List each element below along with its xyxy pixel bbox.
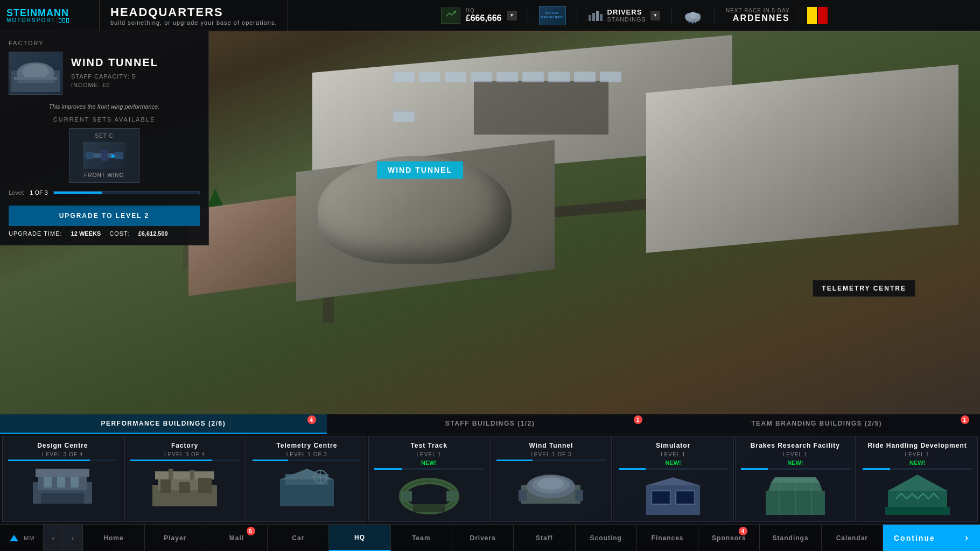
bc-name-design: Design Centre (8, 442, 117, 449)
svg-rect-16 (22, 83, 49, 88)
bc-bar-fill-factory (130, 460, 212, 461)
level-info-row: Level: 1 OF 3 (9, 189, 200, 196)
staff-capacity: STAFF CAPACITY: 5 (71, 73, 136, 80)
svg-marker-70 (10, 535, 18, 541)
wind-tunnel-img (519, 466, 583, 506)
svg-rect-37 (190, 470, 194, 479)
bc-new-simulator: NEW! (619, 460, 728, 466)
money-value: £666,666 (466, 13, 502, 23)
svg-rect-28 (71, 477, 79, 488)
nav-sponsors[interactable]: Sponsors 4 (698, 525, 760, 551)
brakes-img (763, 475, 828, 515)
flag-red-stripe (818, 7, 828, 24)
bc-bar-fill-brakes (741, 468, 768, 470)
current-sets-label: CURRENT SETS AVAILABLE (9, 116, 200, 123)
svg-rect-1 (589, 15, 591, 21)
logo-area: STEINMANN MOTORSPORT (0, 0, 100, 31)
nav-logo-icon: MM (9, 534, 34, 542)
nav-staff[interactable]: Staff (514, 525, 575, 551)
bc-image-test-track (374, 473, 484, 516)
building-card-design-centre[interactable]: Design Centre LEVEL 3 OF 4 (2, 436, 123, 522)
svg-point-8 (689, 12, 697, 18)
nav-calendar[interactable]: Calendar (822, 525, 883, 551)
left-panel: FACTORY WIND TUNNEL STAFF CAPACITY: 5 IN… (0, 31, 209, 245)
building-card-ride-handling[interactable]: Ride Handling Development LEVEL 1 NEW! (857, 436, 978, 522)
upgrade-button[interactable]: UPGRADE TO LEVEL 2 (9, 206, 200, 226)
svg-point-52 (537, 478, 564, 490)
nav-mail[interactable]: Mail 5 (206, 525, 268, 551)
bottom-nav: MM ‹ › Home Player Mail 5 Car HQ Team (0, 524, 980, 551)
drivers-area[interactable]: DRIVERS STANDINGS ▼ (577, 8, 671, 23)
bc-name-brakes: Brakes Research Facility (741, 442, 850, 449)
nav-finances[interactable]: Finances (637, 525, 698, 551)
continue-label: Continue (894, 534, 935, 542)
svg-rect-27 (57, 477, 65, 488)
world-gp-area: WORLDGRAND PRIX (528, 6, 577, 25)
nav-scouting[interactable]: Scouting (576, 525, 637, 551)
money-area[interactable]: HQ £666,666 ▼ (430, 8, 528, 24)
nav-car[interactable]: Car (268, 525, 329, 551)
nav-team[interactable]: Team (391, 525, 452, 551)
building-header: WIND TUNNEL STAFF CAPACITY: 5 INCOME: £0 (9, 52, 200, 95)
flag-area (796, 7, 828, 24)
chart-icon (588, 10, 603, 22)
nav-forward-btn[interactable]: › (63, 525, 82, 551)
bc-bar-wind-tunnel (496, 460, 606, 461)
nav-back-btn[interactable]: ‹ (44, 525, 63, 551)
tab-staff[interactable]: STAFF BUILDINGS (1/2) 1 (327, 414, 654, 434)
set-card[interactable]: SET C ▶ FRONT WING (69, 128, 139, 183)
building-card-telemetry[interactable]: Telemetry Centre LEVEL 1 OF 3 (247, 436, 368, 522)
building-card-test-track[interactable]: Test Track LEVEL 1 NEW! (368, 436, 489, 522)
continue-button[interactable]: Continue › (883, 525, 980, 551)
tab-branding[interactable]: TEAM BRANDING BUILDINGS (2/5) 1 (653, 414, 980, 434)
svg-point-0 (454, 11, 456, 13)
bc-level-factory: LEVEL 3 OF 4 (130, 451, 240, 457)
building-card-brakes[interactable]: Brakes Research Facility LEVEL 1 NEW! (735, 436, 856, 522)
svg-rect-19 (86, 152, 94, 159)
bc-name-wind-tunnel: Wind Tunnel (496, 442, 606, 449)
continue-arrow-icon: › (965, 532, 969, 543)
upgrade-cost-label: COST: (109, 230, 129, 237)
svg-marker-68 (888, 475, 947, 491)
buildings-list: Design Centre LEVEL 3 OF 4 Factory (0, 434, 980, 524)
svg-point-14 (22, 64, 49, 79)
sponsors-badge: 4 (739, 527, 747, 535)
upgrade-cost-value: £6,612,500 (138, 230, 168, 237)
upgrade-time-value: 12 WEEKS (71, 230, 101, 237)
nav-drivers[interactable]: Drivers (452, 525, 514, 551)
building-info: WIND TUNNEL STAFF CAPACITY: 5 INCOME: £0 (71, 56, 200, 90)
bc-bar-fill-test (374, 468, 402, 470)
svg-rect-26 (44, 477, 52, 488)
page-title-area: HEADQUARTERS build something, or upgrade… (100, 0, 288, 31)
building-card-simulator[interactable]: Simulator LEVEL 1 NEW! (613, 436, 734, 522)
tab-performance[interactable]: PERFORMANCE BUILDINGS (2/6) 4 (0, 414, 327, 434)
page-title: HEADQUARTERS (110, 5, 277, 19)
drivers-dropdown-btn[interactable]: ▼ (650, 11, 660, 20)
building-card-factory[interactable]: Factory LEVEL 3 OF 4 (124, 436, 246, 522)
bc-name-simulator: Simulator (619, 442, 728, 449)
nav-hq[interactable]: HQ (329, 525, 390, 551)
svg-rect-60 (677, 492, 694, 503)
world-gp-badge: WORLDGRAND PRIX (539, 6, 566, 25)
building-name: WIND TUNNEL (71, 56, 200, 69)
level-bar-fill (54, 192, 102, 194)
simulator-img (641, 475, 705, 515)
bc-bar-fill-wind (496, 460, 533, 461)
money-dropdown-btn[interactable]: ▼ (507, 11, 517, 20)
cloud-icon (682, 7, 704, 24)
svg-rect-20 (115, 152, 123, 159)
bc-image-design (8, 464, 117, 507)
nav-standings[interactable]: Standings (760, 525, 821, 551)
svg-rect-17 (14, 77, 57, 80)
set-item-label: FRONT WING (74, 172, 135, 178)
bc-image-factory (130, 464, 240, 507)
nav-player[interactable]: Player (145, 525, 206, 551)
performance-badge: 4 (307, 415, 316, 424)
nav-home[interactable]: Home (83, 525, 144, 551)
bc-bar-ride (863, 468, 972, 470)
nav-arrows: ‹ › (44, 525, 83, 551)
bc-image-wind-tunnel (496, 464, 606, 507)
building-card-wind-tunnel[interactable]: Wind Tunnel LEVEL 1 OF 3 (491, 436, 612, 522)
nav-logo: MM (0, 525, 44, 551)
buildings-tabs: PERFORMANCE BUILDINGS (2/6) 4 STAFF BUIL… (0, 414, 980, 434)
